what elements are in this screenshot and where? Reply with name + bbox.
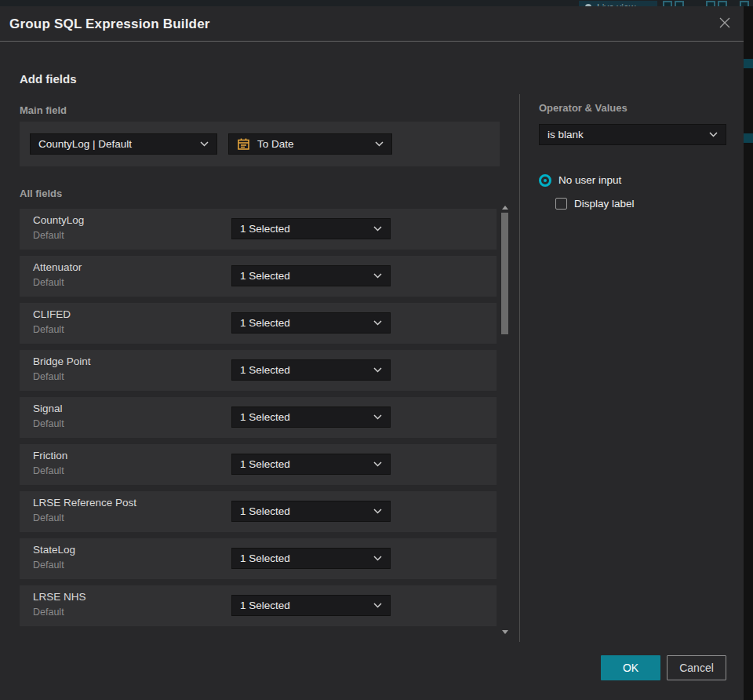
field-name: LRSE NHS [33, 591, 86, 603]
field-selected-dropdown[interactable]: 1 Selected [231, 501, 391, 522]
ok-button[interactable]: OK [601, 655, 660, 680]
field-subtitle: Default [33, 371, 64, 382]
field-selected-dropdown[interactable]: 1 Selected [231, 548, 391, 569]
field-selected-dropdown[interactable]: 1 Selected [231, 312, 391, 334]
add-fields-heading: Add fields [20, 72, 77, 86]
field-row-attenuator: Attenuator Default 1 Selected [20, 256, 497, 297]
chevron-down-icon [373, 273, 382, 279]
background-fragment [744, 59, 753, 68]
main-field-panel: CountyLog | Default To Date [20, 122, 500, 166]
field-name: Friction [33, 450, 67, 461]
field-selected-value: 1 Selected [240, 223, 366, 235]
field-selected-value: 1 Selected [240, 270, 366, 282]
dialog-title: Group SQL Expression Builder [9, 6, 210, 42]
chevron-down-icon [373, 414, 382, 420]
field-subtitle: Default [33, 418, 64, 429]
field-selected-value: 1 Selected [240, 600, 366, 611]
field-selected-value: 1 Selected [240, 411, 366, 423]
live-view-button[interactable]: Live view [579, 1, 657, 6]
field-row-bridge-point: Bridge Point Default 1 Selected [20, 350, 497, 391]
chevron-down-icon [373, 461, 382, 467]
close-button[interactable] [712, 12, 737, 37]
main-field-select-value: CountyLog | Default [38, 138, 193, 150]
field-selected-dropdown[interactable]: 1 Selected [231, 265, 391, 286]
operator-select-value: is blank [547, 129, 702, 140]
field-name: StateLog [33, 544, 75, 556]
field-name: Bridge Point [33, 355, 91, 367]
main-field-label: Main field [20, 104, 67, 116]
dialog-header: Group SQL Expression Builder [0, 6, 744, 42]
field-row-friction: Friction Default 1 Selected [20, 444, 497, 485]
radio-dot-icon [544, 179, 547, 182]
field-row-clifed: CLIFED Default 1 Selected [20, 303, 497, 344]
scrollbar-thumb[interactable] [501, 213, 508, 334]
display-label-text: Display label [574, 198, 635, 210]
toolbar-icon [675, 1, 684, 6]
field-subtitle: Default [33, 277, 64, 288]
field-name: CountyLog [33, 214, 84, 226]
field-row-lrse-reference-post: LRSE Reference Post Default 1 Selected [20, 491, 497, 532]
field-selected-value: 1 Selected [240, 317, 366, 329]
field-subtitle: Default [33, 465, 64, 476]
chevron-down-icon [373, 603, 382, 608]
no-user-input-label: No user input [558, 174, 621, 187]
chevron-down-icon [709, 132, 718, 137]
toolbar-icon [740, 1, 749, 6]
field-subtitle: Default [33, 230, 64, 241]
close-icon [718, 16, 731, 32]
field-name: LRSE Reference Post [33, 497, 136, 509]
field-subtitle: Default [33, 512, 64, 523]
field-selected-value: 1 Selected [240, 552, 366, 564]
calendar-icon [237, 137, 250, 151]
field-name: CLIFED [33, 308, 71, 320]
background-app-edge [744, 6, 753, 700]
cancel-button[interactable]: Cancel [667, 655, 726, 680]
group-sql-expression-builder-dialog: Group SQL Expression Builder Add fields … [0, 6, 744, 700]
field-row-countylog: CountyLog Default 1 Selected [20, 209, 497, 250]
field-row-signal: Signal Default 1 Selected [20, 397, 497, 438]
date-type-select-value: To Date [257, 138, 368, 150]
scroll-up-icon[interactable] [502, 206, 508, 210]
background-fragment [744, 133, 753, 143]
scroll-down-icon[interactable] [502, 630, 508, 634]
operator-values-label: Operator & Values [539, 102, 628, 114]
operator-select[interactable]: is blank [539, 124, 726, 145]
field-selected-dropdown[interactable]: 1 Selected [231, 359, 391, 381]
main-field-select[interactable]: CountyLog | Default [30, 133, 217, 155]
field-row-lrse-nhs: LRSE NHS Default 1 Selected [20, 585, 497, 626]
field-name: Signal [33, 403, 63, 414]
chevron-down-icon [373, 226, 382, 232]
field-row-statelog: StateLog Default 1 Selected [20, 538, 497, 579]
screen: Live view Group SQL Expression Builder A… [0, 0, 753, 700]
field-selected-value: 1 Selected [240, 458, 366, 470]
chevron-down-icon [373, 320, 382, 326]
field-subtitle: Default [33, 560, 64, 571]
field-selected-dropdown[interactable]: 1 Selected [231, 218, 391, 239]
display-label-checkbox[interactable] [555, 198, 567, 210]
field-selected-dropdown[interactable]: 1 Selected [231, 407, 391, 428]
all-fields-label: All fields [20, 188, 62, 199]
panel-divider [519, 94, 520, 642]
chevron-down-icon [373, 509, 382, 514]
field-selected-dropdown[interactable]: 1 Selected [231, 454, 391, 475]
background-app-strip: Live view [0, 0, 753, 6]
field-name: Attenuator [33, 261, 82, 273]
field-selected-value: 1 Selected [240, 505, 366, 517]
chevron-down-icon [200, 141, 209, 147]
field-selected-dropdown[interactable]: 1 Selected [231, 595, 391, 616]
field-selected-value: 1 Selected [240, 364, 366, 376]
toolbar-icon [706, 1, 715, 6]
toolbar-icon [663, 1, 672, 6]
date-type-select[interactable]: To Date [228, 133, 392, 155]
chevron-down-icon [373, 367, 382, 373]
list-scrollbar[interactable] [500, 206, 509, 634]
no-user-input-radio[interactable] [539, 174, 551, 187]
chevron-down-icon [375, 141, 384, 147]
field-subtitle: Default [33, 607, 64, 618]
field-subtitle: Default [33, 324, 64, 335]
toolbar-icon [718, 1, 727, 6]
chevron-down-icon [373, 556, 382, 561]
